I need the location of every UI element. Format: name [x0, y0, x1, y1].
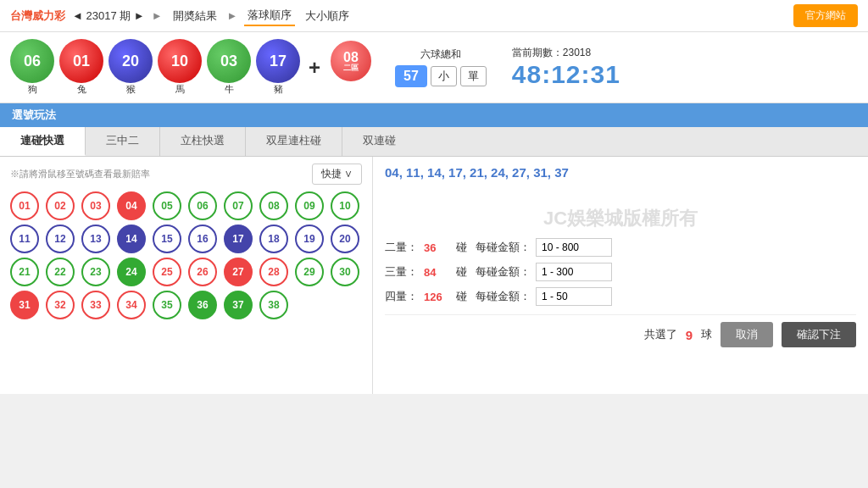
nav-link-luoqiu[interactable]: 落球順序	[244, 6, 295, 26]
ball-4: 10	[158, 39, 202, 83]
bet-rows: 二量： 36 碰 每碰金額： 三量： 84 碰 每碰金額： 四量： 126 碰 …	[385, 238, 856, 306]
num-ball-07[interactable]: 07	[224, 191, 253, 220]
num-ball-04[interactable]: 04	[117, 191, 146, 220]
ball-2-label: 兔	[77, 83, 86, 96]
ball-3-label: 猴	[126, 83, 136, 96]
ball-2: 01	[59, 39, 103, 83]
countdown-timer: 48:12:31	[512, 60, 620, 89]
num-ball-37[interactable]: 37	[224, 291, 253, 319]
special-ball-wrapper: 08 二區	[329, 39, 373, 83]
bet-amount-label-2: 每碰金額：	[476, 289, 531, 304]
main-content: ※請將滑鼠移至號碼查看最新賠率 快捷 ∨ 0102030405060708091…	[0, 157, 868, 394]
total-number: 9	[686, 328, 693, 342]
total-label: 共選了	[644, 327, 677, 342]
num-ball-17[interactable]: 17	[224, 225, 253, 253]
ball-6-wrapper: 17 豬	[256, 39, 300, 96]
num-ball-10[interactable]: 10	[331, 191, 359, 220]
ball-3: 20	[108, 39, 153, 83]
num-ball-22[interactable]: 22	[46, 258, 75, 286]
num-ball-28[interactable]: 28	[259, 258, 288, 286]
period-label: ◄ 23017 期 ►	[72, 8, 145, 24]
tabs-bar: 連碰快選 三中二 立柱快選 双星連柱碰 双連碰	[0, 127, 868, 157]
num-ball-13[interactable]: 13	[81, 225, 110, 253]
sum-box: 六球總和 57 小 單	[395, 47, 487, 87]
sum-tag-small: 小	[431, 66, 457, 86]
num-ball-34[interactable]: 34	[117, 291, 146, 319]
quick-select-button[interactable]: 快捷 ∨	[312, 164, 362, 185]
num-ball-33[interactable]: 33	[81, 291, 110, 319]
ball-1-wrapper: 06 狗	[10, 39, 54, 96]
plus-sign: +	[309, 56, 320, 80]
top-nav: 台灣威力彩 ◄ 23017 期 ► ► 開奬結果 ► 落球順序 大小順序 官方網…	[0, 0, 868, 32]
nav-link-daxiao[interactable]: 大小順序	[302, 7, 353, 25]
sum-title: 六球總和	[420, 47, 461, 62]
official-site-button[interactable]: 官方網站	[793, 4, 858, 27]
bottom-bar: 共選了 9 球 取消 確認下注	[385, 314, 856, 347]
bet-label-0: 二量：	[385, 240, 419, 255]
num-ball-27[interactable]: 27	[224, 258, 253, 286]
num-ball-38[interactable]: 38	[259, 291, 288, 319]
tab-shuangxing[interactable]: 双星連柱碰	[246, 127, 342, 156]
period-box: 當前期數：23018 48:12:31	[512, 46, 620, 89]
sum-tag-odd: 單	[460, 66, 487, 86]
num-ball-05[interactable]: 05	[153, 191, 181, 220]
num-ball-26[interactable]: 26	[188, 258, 217, 286]
num-ball-30[interactable]: 30	[331, 258, 359, 286]
confirm-button[interactable]: 確認下注	[782, 322, 856, 347]
bet-unit-1: 碰	[456, 264, 467, 280]
total-unit: 球	[701, 327, 712, 342]
num-ball-06[interactable]: 06	[188, 191, 217, 220]
bet-input-2[interactable]	[536, 287, 612, 306]
num-ball-36[interactable]: 36	[188, 291, 217, 319]
bet-input-0[interactable]	[536, 238, 612, 257]
num-ball-16[interactable]: 16	[188, 225, 217, 253]
num-ball-35[interactable]: 35	[153, 291, 181, 319]
num-ball-23[interactable]: 23	[81, 258, 110, 286]
num-ball-18[interactable]: 18	[259, 225, 288, 253]
bet-input-1[interactable]	[536, 263, 612, 281]
bet-count-0: 36	[424, 241, 451, 254]
num-ball-09[interactable]: 09	[295, 191, 324, 220]
bet-row-1: 三量： 84 碰 每碰金額：	[385, 263, 856, 281]
ball-4-wrapper: 10 馬	[158, 39, 202, 96]
cancel-button[interactable]: 取消	[721, 322, 773, 347]
watermark: JC娛樂城版權所有	[385, 206, 856, 231]
ball-5-wrapper: 03 牛	[207, 39, 251, 96]
ball-6: 17	[256, 39, 300, 83]
ball-4-label: 馬	[175, 83, 185, 96]
num-ball-08[interactable]: 08	[259, 191, 288, 220]
bet-count-2: 126	[424, 291, 451, 303]
ball-5-label: 牛	[225, 83, 234, 96]
num-ball-31[interactable]: 31	[10, 291, 39, 319]
num-ball-20[interactable]: 20	[331, 225, 359, 253]
num-ball-32[interactable]: 32	[46, 291, 75, 319]
selected-numbers-display: 04, 11, 14, 17, 21, 24, 27, 31, 37	[385, 165, 856, 199]
num-ball-14[interactable]: 14	[117, 225, 146, 253]
num-ball-11[interactable]: 11	[10, 225, 39, 253]
tab-sanzhong[interactable]: 三中二	[86, 127, 160, 156]
tab-lizhu[interactable]: 立柱快選	[160, 127, 246, 156]
tab-shuanglian[interactable]: 双連碰	[342, 127, 416, 156]
num-ball-03[interactable]: 03	[81, 191, 110, 220]
num-ball-02[interactable]: 02	[46, 191, 75, 220]
bet-amount-label-0: 每碰金額：	[476, 240, 531, 255]
num-ball-19[interactable]: 19	[295, 225, 324, 253]
bet-row-2: 四量： 126 碰 每碰金額：	[385, 287, 856, 306]
brand-label: 台灣威力彩	[10, 8, 65, 24]
tab-lianpeng[interactable]: 連碰快選	[0, 127, 86, 156]
ball-2-wrapper: 01 兔	[59, 39, 103, 96]
num-ball-24[interactable]: 24	[117, 258, 146, 286]
hint-row: ※請將滑鼠移至號碼查看最新賠率 快捷 ∨	[10, 164, 362, 185]
num-ball-21[interactable]: 21	[10, 258, 39, 286]
ball-5: 03	[207, 39, 251, 83]
nav-arrow: ►	[152, 9, 163, 22]
bet-amount-label-1: 每碰金額：	[476, 264, 531, 280]
num-ball-15[interactable]: 15	[153, 225, 181, 253]
num-ball-25[interactable]: 25	[153, 258, 181, 286]
num-ball-12[interactable]: 12	[46, 225, 75, 253]
nav-link-kaijang[interactable]: 開奬結果	[170, 7, 220, 25]
number-grid: 0102030405060708091011121314151617181920…	[10, 191, 362, 319]
ball-3-wrapper: 20 猴	[108, 39, 153, 96]
num-ball-29[interactable]: 29	[295, 258, 324, 286]
num-ball-01[interactable]: 01	[10, 191, 39, 220]
